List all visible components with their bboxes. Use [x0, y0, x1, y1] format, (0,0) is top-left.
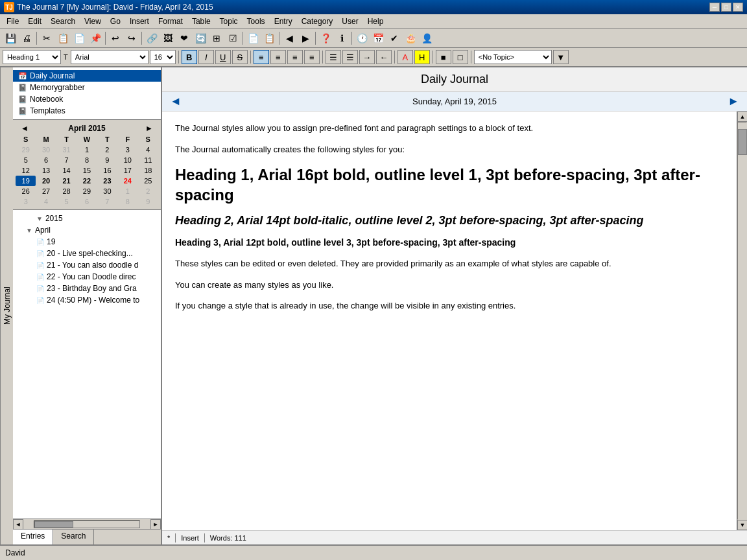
maximize-button[interactable]: □ — [721, 3, 731, 12]
tree-item-templates[interactable]: 📓Templates — [13, 105, 161, 117]
numbering-button[interactable]: ☰ — [342, 50, 358, 64]
entry-item-5[interactable]: 📄22 - You can Doodle direc — [13, 271, 161, 283]
tab-search[interactable]: Search — [53, 530, 94, 544]
birthday-button[interactable]: 🎂 — [403, 31, 418, 45]
hscroll-left-button[interactable]: ◄ — [13, 519, 23, 530]
cal-day-30[interactable]: 30 — [97, 186, 117, 196]
highlight-button[interactable]: H — [414, 50, 430, 64]
cal-day-26[interactable]: 26 — [16, 186, 36, 196]
topic-expand-button[interactable]: ▼ — [553, 50, 569, 64]
help-button[interactable]: ❓ — [318, 31, 333, 45]
menu-item-view[interactable]: View — [80, 16, 105, 27]
table-button[interactable]: ⊞ — [209, 31, 224, 45]
cal-day-22[interactable]: 22 — [77, 176, 97, 186]
font-color-button[interactable]: A — [397, 50, 413, 64]
entry-item-6[interactable]: 📄23 - Birthday Boy and Gra — [13, 283, 161, 294]
menu-item-go[interactable]: Go — [106, 16, 124, 27]
calendar-button[interactable]: 📅 — [370, 31, 386, 45]
forward-button[interactable]: ▶ — [298, 31, 313, 45]
cal-day-8[interactable]: 8 — [77, 155, 97, 165]
menu-item-table[interactable]: Table — [188, 16, 215, 27]
editor-prev-button[interactable]: ◄ — [170, 95, 182, 108]
cal-day-21[interactable]: 21 — [56, 176, 77, 186]
cal-day-15[interactable]: 15 — [77, 165, 97, 176]
image-button[interactable]: 🖼 — [160, 31, 176, 45]
cal-day-13[interactable]: 13 — [36, 165, 56, 176]
refresh-button[interactable]: 🔄 — [193, 31, 208, 45]
entry-item-0[interactable]: ▼2015 — [13, 213, 161, 224]
indent-button[interactable]: → — [359, 50, 375, 64]
cal-day-23[interactable]: 23 — [97, 176, 117, 186]
cal-day-14[interactable]: 14 — [56, 165, 77, 176]
back-button[interactable]: ◀ — [281, 31, 297, 45]
close-button[interactable]: ✕ — [733, 3, 743, 12]
tree-item-daily-journal[interactable]: 📅Daily Journal — [13, 70, 161, 82]
outdent-button[interactable]: ← — [376, 50, 392, 64]
cal-day-16[interactable]: 16 — [97, 165, 117, 176]
align-center-button[interactable]: ≡ — [270, 50, 286, 64]
entry-item-3[interactable]: 📄20 - Live spel-checking... — [13, 248, 161, 259]
cal-day-2[interactable]: 2 — [97, 145, 117, 155]
cal-day-4[interactable]: 4 — [138, 145, 158, 155]
todo-button[interactable]: ✔ — [386, 31, 402, 45]
menu-item-format[interactable]: Format — [154, 16, 187, 27]
cal-day-29-gray[interactable]: 29 — [16, 145, 36, 155]
cal-day-6-gray[interactable]: 6 — [77, 196, 97, 207]
copy-button[interactable]: 📋 — [55, 31, 71, 45]
undo-button[interactable]: ↩ — [108, 31, 123, 45]
cal-day-2-gray[interactable]: 2 — [138, 186, 158, 196]
entry-item-1[interactable]: ▼April — [13, 224, 161, 236]
cal-day-31-gray[interactable]: 31 — [56, 145, 77, 155]
cal-day-19[interactable]: 19 — [16, 176, 36, 186]
cal-day-12[interactable]: 12 — [16, 165, 36, 176]
cal-day-20[interactable]: 20 — [36, 176, 56, 186]
check-button[interactable]: ☑ — [225, 31, 241, 45]
menu-item-help[interactable]: Help — [364, 16, 388, 27]
cal-day-1-gray[interactable]: 1 — [117, 186, 137, 196]
cal-day-27[interactable]: 27 — [36, 186, 56, 196]
size-select[interactable]: 16 12 14 — [150, 50, 176, 64]
cal-day-9-gray[interactable]: 9 — [138, 196, 158, 207]
italic-button[interactable]: I — [198, 50, 214, 64]
menu-item-edit[interactable]: Edit — [24, 16, 45, 27]
cal-day-4-gray[interactable]: 4 — [36, 196, 56, 207]
strikethrough-button[interactable]: S — [232, 50, 248, 64]
address-button[interactable]: 👤 — [419, 31, 434, 45]
redo-button[interactable]: ↪ — [124, 31, 139, 45]
menu-item-category[interactable]: Category — [298, 16, 337, 27]
cal-day-9[interactable]: 9 — [97, 155, 117, 165]
cal-day-30-gray[interactable]: 30 — [36, 145, 56, 155]
align-left-button[interactable]: ≡ — [254, 50, 269, 64]
tree-item-notebook[interactable]: 📓Notebook — [13, 93, 161, 105]
vscroll-down-button[interactable]: ▼ — [737, 520, 747, 530]
hscroll-right-button[interactable]: ► — [150, 519, 161, 530]
cut-button[interactable]: ✂ — [39, 31, 54, 45]
cal-day-3[interactable]: 3 — [117, 145, 137, 155]
sidebar-tab[interactable]: My Journal — [0, 67, 13, 544]
cal-next-button[interactable]: ► — [143, 124, 156, 133]
new-entry-button[interactable]: 📄 — [245, 31, 261, 45]
topic-select[interactable]: <No Topic> — [474, 50, 552, 64]
cal-day-10[interactable]: 10 — [117, 155, 137, 165]
underline-button[interactable]: U — [215, 50, 231, 64]
minimize-button[interactable]: ─ — [709, 3, 720, 12]
editor-content[interactable]: The Journal styles allow you to assign p… — [162, 111, 737, 530]
tab-entries[interactable]: Entries — [13, 530, 53, 544]
cal-day-29[interactable]: 29 — [77, 186, 97, 196]
menu-item-tools[interactable]: Tools — [243, 16, 269, 27]
cal-day-7-gray[interactable]: 7 — [97, 196, 117, 207]
cal-day-17[interactable]: 17 — [117, 165, 137, 176]
hscroll-thumb[interactable] — [34, 521, 73, 528]
vscroll-thumb[interactable] — [738, 129, 747, 155]
vscroll-up-button[interactable]: ▲ — [737, 111, 747, 122]
style2-button[interactable]: □ — [453, 50, 468, 64]
save-button[interactable]: 💾 — [3, 31, 18, 45]
clock-button[interactable]: 🕐 — [354, 31, 370, 45]
cal-day-8-gray[interactable]: 8 — [117, 196, 137, 207]
menu-item-user[interactable]: User — [338, 16, 362, 27]
menu-item-insert[interactable]: Insert — [126, 16, 153, 27]
cal-day-7[interactable]: 7 — [56, 155, 77, 165]
link-button[interactable]: 🔗 — [144, 31, 160, 45]
copy-entry-button[interactable]: 📋 — [261, 31, 277, 45]
cal-day-5[interactable]: 5 — [16, 155, 36, 165]
